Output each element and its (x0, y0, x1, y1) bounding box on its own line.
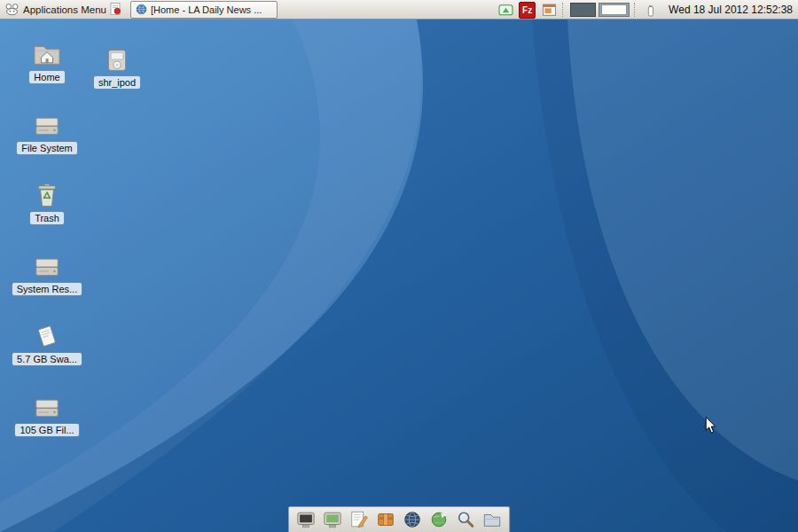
desktop[interactable]: Home shr_ipod (0, 20, 798, 532)
panel-separator (562, 3, 566, 17)
trash-icon (35, 180, 59, 208)
browser-globe-icon (136, 4, 147, 17)
hard-drive-icon (34, 392, 60, 420)
applications-menu-button[interactable]: Applications Menu (1, 1, 114, 19)
desktop-icon-filesystem-volume[interactable]: 105 GB Fil... (12, 392, 82, 436)
workspace-1[interactable] (570, 3, 596, 17)
taskbar-window-title: [Home - LA Daily News ... (151, 4, 262, 15)
web-browser-icon[interactable] (402, 509, 424, 530)
desktop-icon-home[interactable]: Home (12, 39, 82, 83)
desktop-icon-label: File System (17, 142, 76, 154)
hard-drive-icon (34, 110, 60, 138)
desktop-icon-system-reserved[interactable]: System Res... (12, 251, 82, 295)
removable-media-icon (105, 44, 129, 73)
package-icon[interactable] (375, 509, 397, 530)
battery-icon[interactable] (642, 1, 660, 19)
hard-drive-icon (34, 251, 60, 279)
network-globe-icon[interactable] (428, 509, 450, 530)
desktop-icon-trash[interactable]: Trash (12, 180, 82, 224)
top-panel: Applications Menu (0, 0, 798, 20)
document-red-seal-icon (108, 2, 122, 19)
applications-menu-label: Applications Menu (23, 4, 106, 15)
desktop-icon-swap-volume[interactable]: 5.7 GB Swa... (12, 321, 82, 365)
workspace-2[interactable] (598, 3, 630, 17)
search-icon[interactable] (455, 509, 477, 530)
desktop-icon-label: 105 GB Fil... (15, 424, 78, 436)
screenshot-tool-icon[interactable] (540, 1, 558, 19)
workspace-window-preview (601, 4, 627, 15)
filezilla-icon[interactable]: Fz (519, 2, 536, 19)
desktop-icon-shr-ipod[interactable]: shr_ipod (82, 44, 152, 89)
mouse-cursor (705, 417, 716, 437)
workspace-switcher (570, 3, 630, 17)
desktop-icon-label: Home (29, 71, 64, 83)
taskbar-window-button[interactable]: [Home - LA Daily News ... (130, 1, 278, 19)
bottom-dock (288, 506, 511, 532)
desktop-icon-file-system[interactable]: File System (12, 110, 82, 154)
panel-clock[interactable]: Wed 18 Jul 2012 12:52:38 (664, 4, 796, 16)
desktop-icon-label: shr_ipod (94, 76, 140, 89)
wallpaper-image (0, 20, 798, 532)
text-editor-icon[interactable] (348, 509, 371, 530)
notes-launcher-button[interactable] (106, 1, 125, 19)
desktop-icon-label: 5.7 GB Swa... (12, 353, 82, 365)
media-screen-icon[interactable] (322, 509, 344, 530)
home-folder-icon (32, 39, 62, 67)
terminal-icon[interactable] (295, 509, 317, 530)
desktop-icon-label: Trash (30, 212, 64, 224)
panel-separator (634, 3, 638, 17)
desktop-icon-label: System Res... (12, 283, 82, 295)
file-manager-icon[interactable] (481, 509, 504, 530)
swap-volume-icon (34, 321, 60, 349)
xfce-mouse-icon (5, 3, 19, 18)
panel-tray-area: Fz (497, 0, 796, 20)
network-status-icon[interactable] (497, 1, 514, 19)
xfce-desktop-screen: Applications Menu (0, 0, 798, 532)
